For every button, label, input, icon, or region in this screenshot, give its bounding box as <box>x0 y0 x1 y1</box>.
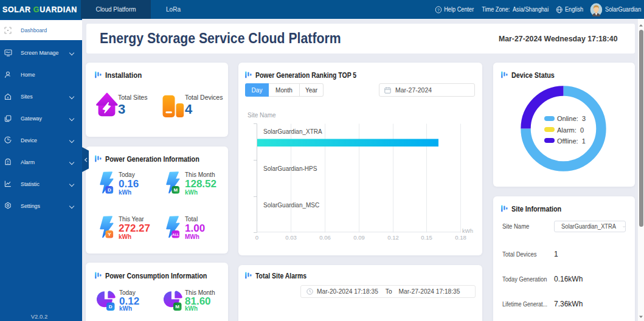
svg-text:kWh: kWh <box>462 228 473 234</box>
svg-text:M: M <box>175 304 179 309</box>
svg-text:0.15: 0.15 <box>421 234 432 241</box>
svg-text:0.03: 0.03 <box>285 234 297 241</box>
svg-text:?: ? <box>437 7 440 12</box>
svg-text:M: M <box>173 187 178 193</box>
svg-text:0.12: 0.12 <box>387 234 399 241</box>
svg-text:0: 0 <box>255 234 258 241</box>
svg-text:0.06: 0.06 <box>319 234 331 241</box>
svg-text:SolarGuardian_MSC: SolarGuardian_MSC <box>263 202 319 209</box>
svg-text:0.09: 0.09 <box>353 234 365 241</box>
svg-text:SolarGuardian-HPS: SolarGuardian-HPS <box>263 165 317 172</box>
svg-text:ALL: ALL <box>172 233 179 236</box>
svg-text:D: D <box>109 304 113 309</box>
svg-text:0.18: 0.18 <box>455 234 466 241</box>
svg-text:Y: Y <box>108 232 111 237</box>
svg-text:SolarGuardian_XTRA: SolarGuardian_XTRA <box>263 128 322 135</box>
svg-text:D: D <box>108 187 111 193</box>
